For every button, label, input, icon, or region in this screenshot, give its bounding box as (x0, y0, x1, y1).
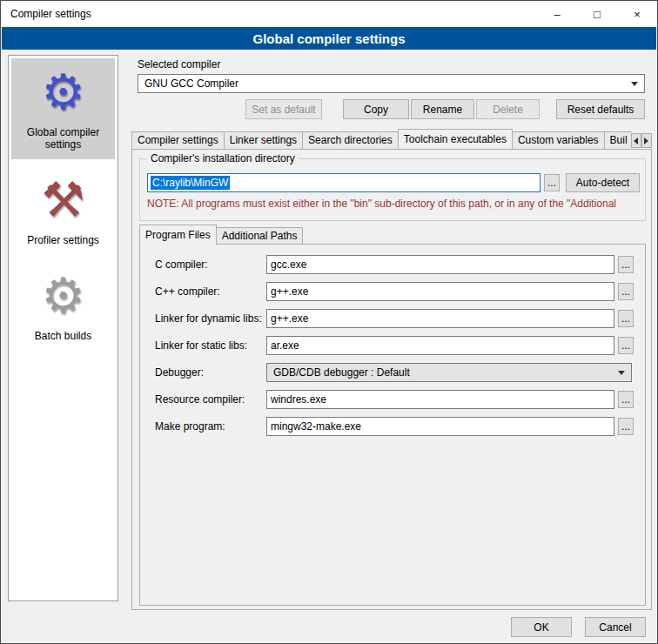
cpp-compiler-input[interactable] (266, 282, 614, 301)
close-button[interactable]: × (617, 1, 657, 27)
chevron-down-icon (618, 371, 625, 375)
sidebar-item-label: Profiler settings (27, 234, 99, 246)
sidebar-item-label: Batch builds (35, 330, 91, 342)
gear-icon: ⚙ (41, 65, 84, 121)
minimize-button[interactable]: – (537, 1, 577, 27)
linker-dynamic-label: Linker for dynamic libs: (155, 309, 262, 328)
field-row-make-program: Make program: ... (140, 417, 645, 436)
make-program-browse-button[interactable]: ... (618, 418, 634, 435)
tab-build-options[interactable]: Buil (604, 131, 632, 149)
profiler-icon: ⚒ (41, 173, 84, 229)
dialog-header-title: Global compiler settings (252, 31, 405, 46)
selected-compiler-dropdown[interactable]: GNU GCC Compiler (138, 74, 645, 93)
settings-sidebar: ⚙ Global compiler settings ⚒ Profiler se… (8, 55, 118, 601)
cpp-compiler-browse-button[interactable]: ... (618, 283, 634, 300)
linker-dynamic-browse-button[interactable]: ... (618, 310, 634, 327)
cpp-compiler-label: C++ compiler: (155, 282, 220, 301)
gear-icon: ⚙ (41, 269, 84, 325)
install-dir-note: NOTE: All programs must exist either in … (147, 198, 641, 210)
maximize-icon: □ (594, 8, 601, 21)
cancel-button[interactable]: Cancel (585, 617, 646, 637)
compiler-tabstrip: Compiler settings Linker settings Search… (131, 129, 652, 149)
debugger-dropdown[interactable]: GDB/CDB debugger : Default (266, 363, 632, 382)
program-files-tabstrip: Program Files Additional Paths (139, 226, 302, 245)
c-compiler-label: C compiler: (155, 255, 208, 274)
copy-button[interactable]: Copy (343, 99, 409, 119)
field-row-linker-dynamic: Linker for dynamic libs: ... (140, 309, 645, 328)
minimize-icon: – (554, 8, 560, 21)
reset-defaults-button[interactable]: Reset defaults (556, 99, 645, 119)
installation-directory-group-title: Compiler's installation directory (147, 152, 299, 164)
tab-scroll-left-button[interactable] (631, 133, 641, 148)
c-compiler-browse-button[interactable]: ... (618, 256, 634, 273)
install-dir-browse-button[interactable]: ... (544, 174, 560, 191)
linker-static-label: Linker for static libs: (155, 336, 247, 355)
install-dir-input[interactable]: C:\raylib\MinGW (147, 173, 540, 192)
tab-linker-settings[interactable]: Linker settings (224, 131, 303, 149)
sidebar-item-batch-builds[interactable]: ⚙ Batch builds (11, 262, 115, 351)
sidebar-item-label: Global compiler settings (13, 126, 113, 151)
linker-static-browse-button[interactable]: ... (618, 337, 634, 354)
ok-button[interactable]: OK (511, 617, 572, 637)
sidebar-item-global-compiler-settings[interactable]: ⚙ Global compiler settings (11, 58, 115, 159)
auto-detect-button[interactable]: Auto-detect (566, 173, 640, 192)
tab-custom-variables[interactable]: Custom variables (512, 131, 605, 149)
tab-additional-paths[interactable]: Additional Paths (216, 227, 304, 245)
titlebar[interactable]: Compiler settings – □ × (1, 1, 657, 27)
window-title: Compiler settings (1, 8, 91, 20)
resource-compiler-label: Resource compiler: (155, 390, 245, 409)
rename-button[interactable]: Rename (411, 99, 474, 119)
install-dir-selected-text: C:\raylib\MinGW (151, 176, 230, 190)
make-program-input[interactable] (266, 417, 614, 436)
close-icon: × (634, 8, 641, 21)
field-row-c-compiler: C compiler: ... (140, 255, 645, 274)
toolchain-executables-panel: Compiler's installation directory C:\ray… (131, 149, 652, 610)
selected-compiler-label: Selected compiler (138, 58, 220, 70)
field-row-cpp-compiler: C++ compiler: ... (140, 282, 645, 301)
chevron-down-icon (631, 82, 638, 86)
program-files-panel: C compiler: ... C++ compiler: ... Linker… (139, 244, 646, 606)
tab-toolchain-executables[interactable]: Toolchain executables (398, 129, 513, 149)
resource-compiler-input[interactable] (266, 390, 614, 409)
right-arrow-icon (644, 138, 648, 144)
linker-static-input[interactable] (266, 336, 614, 355)
delete-button[interactable]: Delete (476, 99, 540, 119)
selected-compiler-value: GNU GCC Compiler (144, 77, 238, 90)
linker-dynamic-input[interactable] (266, 309, 614, 328)
field-row-resource-compiler: Resource compiler: ... (140, 390, 645, 409)
tab-program-files[interactable]: Program Files (139, 225, 217, 245)
window-controls: – □ × (537, 1, 657, 27)
resource-compiler-browse-button[interactable]: ... (618, 391, 634, 408)
field-row-debugger: Debugger: GDB/CDB debugger : Default (140, 363, 645, 382)
field-row-linker-static: Linker for static libs: ... (140, 336, 645, 355)
debugger-label: Debugger: (155, 363, 204, 382)
make-program-label: Make program: (155, 417, 225, 436)
sidebar-item-profiler-settings[interactable]: ⚒ Profiler settings (11, 166, 115, 255)
tab-scroll-right-button[interactable] (641, 133, 652, 148)
c-compiler-input[interactable] (266, 255, 614, 274)
installation-directory-group: Compiler's installation directory C:\ray… (139, 158, 646, 221)
compiler-settings-dialog: Compiler settings – □ × Global compiler … (0, 0, 658, 644)
set-as-default-button[interactable]: Set as default (245, 99, 322, 119)
maximize-button[interactable]: □ (577, 1, 617, 27)
debugger-value: GDB/CDB debugger : Default (273, 366, 410, 379)
dialog-header: Global compiler settings (2, 27, 656, 50)
left-arrow-icon (634, 138, 638, 144)
tab-search-directories[interactable]: Search directories (302, 131, 399, 149)
tab-compiler-settings[interactable]: Compiler settings (131, 131, 225, 149)
